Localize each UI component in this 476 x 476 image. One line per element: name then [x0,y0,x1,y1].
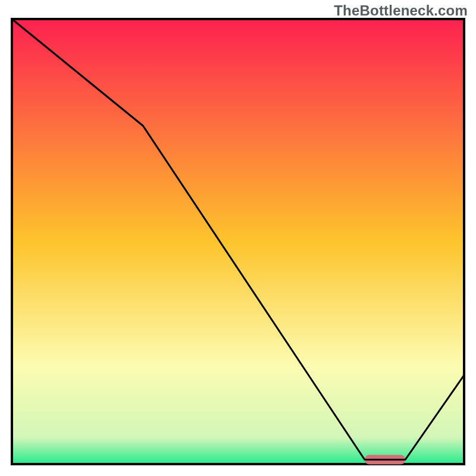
bottleneck-chart [0,0,476,476]
plot-background [12,19,464,464]
chart-container: TheBottleneck.com [0,0,476,476]
watermark-text: TheBottleneck.com [334,2,468,19]
